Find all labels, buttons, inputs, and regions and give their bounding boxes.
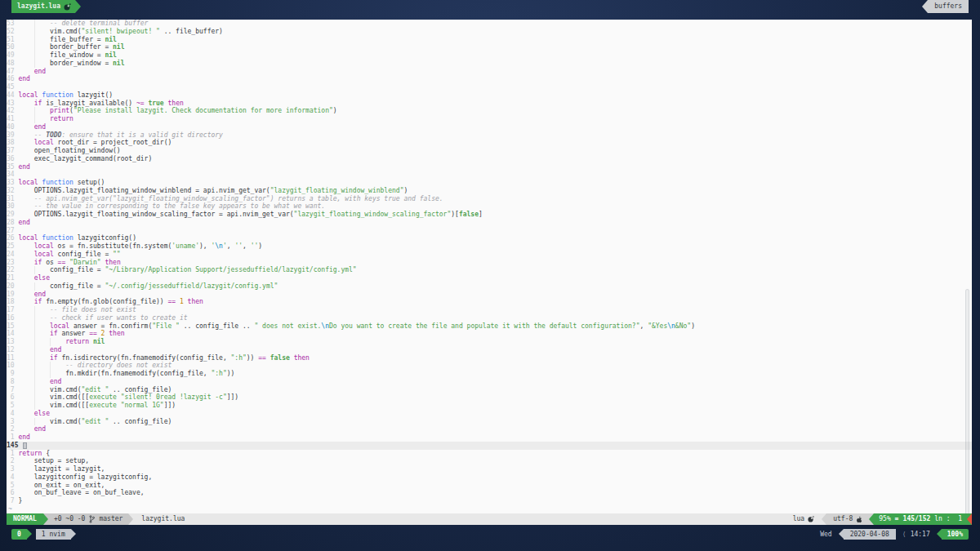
line-number: 2 [7,425,18,433]
line-number: 12 [7,346,18,354]
code-line: 48border_window = nil [7,60,972,68]
line-number: 9 [7,370,18,378]
code-line: 2end [7,425,972,433]
statusline-filename: lazygit.lua [133,513,193,525]
code-line: 3vim.cmd("edit " .. config_file) [7,418,972,426]
line-number: 6 [7,393,18,402]
git-info-segment: +0 ~0 -0 master [48,513,128,525]
tab-label: lazygit.lua [17,0,60,13]
line-number: 1 [7,450,18,458]
code-line: 7} [7,497,972,505]
code-line: 8end [7,378,972,386]
tmux-day: Wed [820,529,838,540]
line-number: 26 [7,234,18,242]
code-line: 34 [7,171,972,179]
line-number: 3 [7,465,18,473]
code-line: 43if is_lazygit_available() ~= true then [7,100,972,108]
tmux-window-item[interactable]: 1 nvim [36,529,71,540]
code-line: 24local config_file = "" [7,251,972,259]
text-cursor [23,442,27,449]
code-line: 12end [7,346,972,354]
diff-stats: +0 ~0 -0 [54,513,86,525]
powerline-separator [27,529,32,539]
line-number: 45 [7,83,18,91]
line-number: 7 [7,386,18,394]
mode-indicator: NORMAL [7,513,43,525]
code-line: 45 [7,83,972,91]
code-line: 6on_buf_leave = on_buf_leave, [7,489,972,497]
code-line: 25local os = fn.substitute(fn.system('un… [7,242,972,251]
filetype-label: lua [793,513,804,525]
line-number: 51 [7,36,18,44]
code-line: 18if fn.empty(fn.glob(config_file)) == 1… [7,298,972,306]
code-line: 31-- api.nvim_get_var("lazygit_floating_… [7,195,972,203]
line-number: 48 [7,60,18,68]
apple-icon [856,516,862,523]
powerline-end-red [967,513,972,525]
code-line: 42print("Please install lazygit. Check d… [7,107,972,115]
code-line: 19end [7,291,972,299]
encoding-label: utf-8 [833,513,853,525]
code-line: 36exec_lazygit_command(root_dir) [7,155,972,163]
powerline-separator [937,529,942,539]
line-position: 145/152 [903,513,931,525]
code-line: 41return [7,115,972,123]
line-number: 23 [7,259,18,267]
line-number: 13 [7,338,18,346]
filetype-segment: lua [793,513,822,525]
line-number: 20 [7,282,18,291]
code-line: 27 [7,227,972,235]
code-line: 7vim.cmd("edit " .. config_file) [7,386,972,394]
line-number: 29 [7,211,18,219]
line-number: 24 [7,251,18,259]
line-number: 42 [7,107,18,115]
line-number: 21 [7,274,18,282]
line-number: 5 [7,402,18,410]
encoding-segment: utf-8 [826,513,869,525]
line-number: 4 [7,410,18,418]
line-number: 25 [7,242,18,251]
tab-lazygit-lua[interactable]: lazygit.lua [11,0,75,13]
line-number: 40 [7,123,18,131]
code-line: 23if os == "Darwin" then [7,259,972,267]
scrollbar-thumb[interactable] [965,289,969,513]
tmux-session-badge[interactable]: 0 [11,529,27,540]
line-number: 38 [7,139,18,147]
line-number: 10 [7,362,18,370]
line-number: 7 [7,497,18,505]
line-number: 43 [7,100,18,108]
buffers-label[interactable]: buffers [928,0,969,13]
line-number: 41 [7,115,18,123]
code-line: 10-- directory does not exist [7,362,972,370]
code-line: 5on_exit = on_exit, [7,482,972,490]
line-number: 46 [7,75,18,83]
tmux-time: 14:17 [911,529,937,540]
code-line: 50border_buffer = nil [7,43,972,51]
code-line: 13return nil [7,338,972,346]
code-line: 39-- TODO: ensure that it is a valid git… [7,131,972,140]
line-number: 28 [7,219,18,227]
code-line: 44local function lazygit() [7,91,972,100]
tab-powerline-arrow [75,0,81,13]
line-number: 6 [7,489,18,497]
code-line: 1return { [7,450,972,458]
tabline: lazygit.lua buffers [0,0,980,13]
code-line: 52vim.cmd("silent! bwipeout! " .. file_b… [7,28,972,36]
line-number: 16 [7,314,18,322]
tmux-statusbar: 0 1 nvim Wed 2020-04-08 ⟨ 14:17 100% [0,529,980,540]
line-number: 49 [7,51,18,60]
branch-name: master [99,513,122,525]
code-line: 33local function setup() [7,179,972,187]
code-line: 47end [7,68,972,76]
line-number: 18 [7,298,18,306]
line-number: 4 [7,473,18,482]
code-line: 28end [7,219,972,227]
line-number: 37 [7,147,18,155]
editor-buffer[interactable]: 53-- delete terminal buffer52vim.cmd("si… [7,20,972,513]
code-line: 53-- delete terminal buffer [7,20,972,28]
line-number: 22 [7,266,18,274]
code-line: 32OPTIONS.lazygit_floating_window_winble… [7,187,972,195]
thin-angle-separator: ⟨ [896,529,911,540]
code-line: 5vim.cmd([[execute "normal 1G"]]) [7,402,972,410]
line-number: 36 [7,155,18,163]
